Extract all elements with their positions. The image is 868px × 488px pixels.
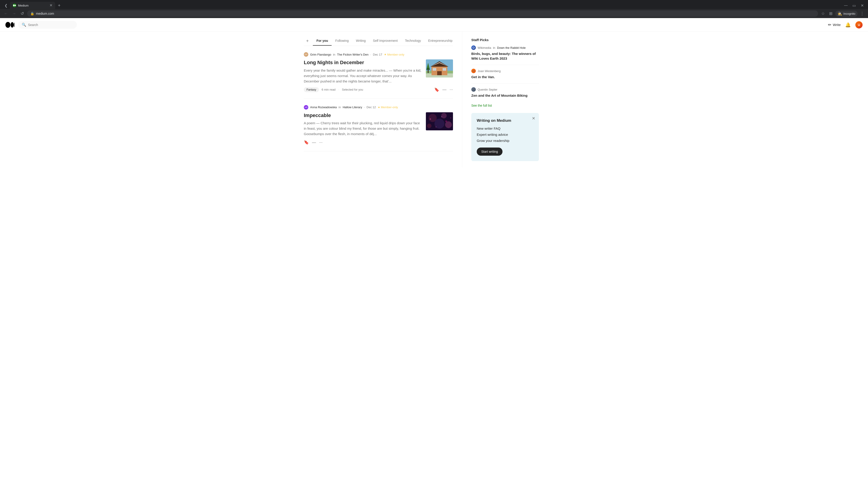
more-options-button[interactable]: ···	[319, 140, 322, 145]
nav-actions: ✏ Write 🔔 U	[828, 21, 863, 29]
article-actions: 🔖 — ···	[304, 140, 322, 145]
pick-author-name[interactable]: Wikimedia	[477, 46, 491, 50]
back-button[interactable]: ←	[3, 10, 9, 17]
incognito-badge[interactable]: 🕵 Incognito	[835, 11, 858, 17]
more-options-button[interactable]: ···	[450, 87, 453, 92]
tab-for-you[interactable]: For you	[313, 36, 332, 46]
article-title[interactable]: Long Nights in December	[304, 59, 422, 66]
star-icon: ★	[384, 53, 386, 56]
bookmark-star-button[interactable]: ☆	[820, 10, 826, 17]
user-avatar[interactable]: U	[855, 21, 863, 29]
tab-writing[interactable]: Writing	[352, 36, 369, 46]
article-date: Dec 12	[367, 105, 376, 109]
article-card: AR Anna Rozwadowska in Hallow Literary ·…	[304, 99, 453, 152]
article-footer: 🔖 — ···	[304, 140, 453, 145]
medium-logo[interactable]	[5, 22, 14, 28]
start-writing-button[interactable]: Start writing	[477, 148, 502, 156]
minimize-button[interactable]: —	[843, 2, 849, 8]
tab-technology[interactable]: Technology	[401, 36, 425, 46]
svg-point-23	[427, 124, 432, 128]
pick-author-name[interactable]: Quentin Septer	[477, 88, 497, 91]
reload-button[interactable]: ↺	[19, 10, 25, 17]
add-topic-button[interactable]: +	[304, 37, 311, 44]
less-like-button[interactable]: —	[442, 87, 446, 92]
member-label: Member-only	[387, 53, 404, 56]
tab-close-btn[interactable]: ✕	[50, 4, 53, 7]
svg-point-28	[450, 118, 451, 119]
article-thumbnail[interactable]	[426, 112, 453, 130]
extension-puzzle-button[interactable]: ⊞	[828, 10, 834, 17]
tab-following[interactable]: Following	[332, 36, 352, 46]
menu-button[interactable]: ⋮	[859, 10, 865, 17]
svg-point-25	[441, 116, 442, 117]
tabs-bar: + For you Following Writing Self Improve…	[304, 32, 453, 46]
member-badge: ★ Member-only	[378, 105, 398, 109]
pick-author-avatar: JW	[471, 69, 476, 73]
page-content: 🔍 Search ✏ Write 🔔 U + For you	[0, 18, 868, 484]
author-name[interactable]: Grim Flandango	[310, 53, 331, 56]
maximize-button[interactable]: ▭	[851, 2, 857, 8]
publication-name[interactable]: The Fiction Writer's Den	[337, 53, 368, 56]
new-tab-button[interactable]: +	[56, 2, 62, 9]
search-bar[interactable]: 🔍 Search	[18, 21, 77, 29]
pick-title[interactable]: Birds, bugs, and beauty: The winners of …	[471, 51, 539, 61]
article-thumbnail[interactable]	[426, 59, 453, 77]
tab-expand-btn[interactable]: ❮	[3, 2, 9, 8]
pick-title[interactable]: Get in the Van.	[471, 74, 539, 79]
svg-point-24	[430, 119, 431, 120]
meta-separator: in	[339, 105, 341, 109]
staff-pick: W Wikimedia in Down the Rabbit Hole Bird…	[471, 45, 539, 61]
grow-readership-link[interactable]: Grow your readership	[477, 139, 533, 142]
svg-rect-13	[433, 68, 436, 71]
less-like-button[interactable]: —	[312, 140, 316, 145]
tab-self-improvement[interactable]: Self Improvement	[369, 36, 401, 46]
article-excerpt: A poem — Cherry trees wait for their plu…	[304, 121, 422, 137]
browser-toolbar: ← → ↺ 🔒 medium.com ☆ ⊞ 🕵 Incognito ⋮	[0, 9, 868, 18]
incognito-label: Incognito	[843, 12, 855, 15]
article-date: Dec 17	[373, 53, 382, 56]
pick-publication[interactable]: Down the Rabbit Hole	[497, 46, 526, 50]
tab-title: Medium	[18, 4, 48, 7]
write-button[interactable]: ✏ Write	[828, 22, 841, 27]
selected-badge: Selected for you	[342, 88, 363, 91]
member-label: Member-only	[381, 105, 398, 109]
read-time: 6 min read	[322, 88, 336, 91]
staff-pick: JW Joan Westenberg Get in the Van.	[471, 69, 539, 79]
writing-card-close-button[interactable]: ✕	[531, 116, 536, 121]
pick-author: W Wikimedia in Down the Rabbit Hole	[471, 45, 539, 50]
article-content: Impeccable A poem — Cherry trees wait fo…	[304, 112, 453, 137]
svg-point-27	[436, 127, 436, 127]
svg-point-20	[441, 113, 447, 119]
pick-author-avatar: W	[471, 45, 476, 50]
new-writer-faq-link[interactable]: New writer FAQ	[477, 127, 533, 130]
meta-dot: ·	[370, 53, 371, 56]
close-window-button[interactable]: ✕	[859, 2, 865, 8]
article-actions: 🔖 — ···	[434, 87, 453, 92]
incognito-icon: 🕵	[837, 11, 842, 16]
article-content: Long Nights in December Every year the f…	[304, 59, 453, 84]
article-meta: GF Grim Flandango in The Fiction Writer'…	[304, 52, 453, 57]
browser-chrome: ❮ Medium ✕ + — ▭ ✕ ← → ↺	[0, 0, 868, 18]
bookmark-button[interactable]: 🔖	[304, 140, 309, 145]
article-title[interactable]: Impeccable	[304, 112, 422, 119]
pick-author-name[interactable]: Joan Westenberg	[477, 69, 501, 73]
pick-author: JW Joan Westenberg	[471, 69, 539, 73]
pick-in: in	[493, 46, 495, 50]
write-icon: ✏	[828, 22, 831, 27]
bookmark-button[interactable]: 🔖	[434, 87, 439, 92]
pick-title[interactable]: Zen and the Art of Mountain Biking	[471, 93, 539, 98]
browser-tab-medium[interactable]: Medium ✕	[10, 2, 55, 9]
article-tag[interactable]: Fantasy	[304, 87, 319, 92]
notifications-button[interactable]: 🔔	[845, 22, 851, 28]
svg-point-0	[13, 4, 14, 6]
forward-button[interactable]: →	[11, 10, 17, 17]
meta-dot: ·	[364, 105, 365, 109]
svg-rect-15	[428, 70, 429, 73]
publication-name[interactable]: Hallow Literary	[343, 105, 362, 109]
expert-writing-advice-link[interactable]: Expert writing advice	[477, 133, 533, 136]
address-bar[interactable]: 🔒 medium.com	[27, 10, 818, 17]
author-name[interactable]: Anna Rozwadowska	[310, 105, 337, 109]
tab-entrepreneurship[interactable]: Entrepreneurship	[425, 36, 453, 46]
writing-card-title: Writing on Medium	[477, 119, 533, 123]
see-full-list-link[interactable]: See the full list	[471, 104, 492, 107]
